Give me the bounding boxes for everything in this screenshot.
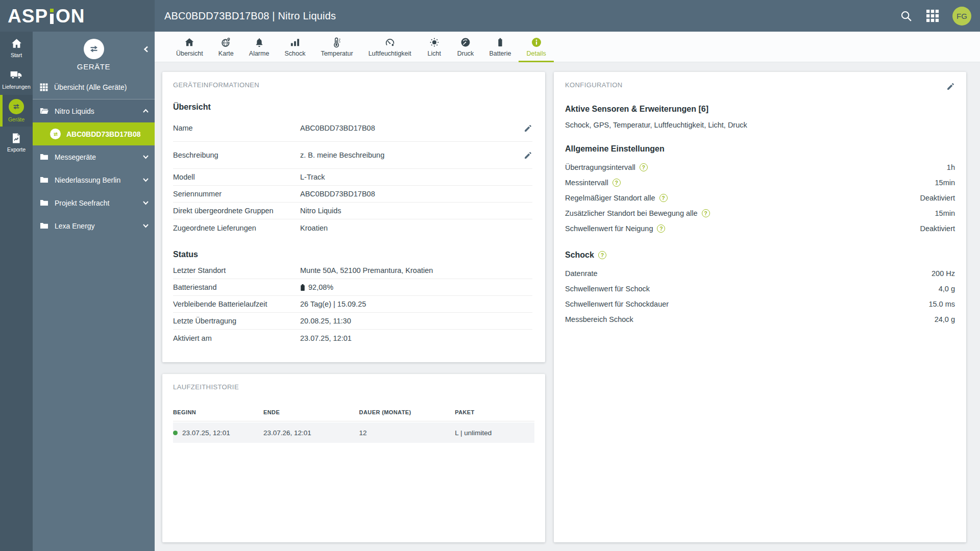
help-icon[interactable] (659, 194, 668, 202)
row-label: Aktiviert am (173, 334, 300, 342)
brand-logo[interactable]: ASPON (8, 7, 85, 26)
edit-description-button[interactable] (524, 151, 532, 160)
history-card: LAUFZEITHISTORIE BEGINN ENDE DAUER (MONA… (162, 374, 545, 542)
rail-item-geraete[interactable]: Geräte (0, 95, 33, 127)
sidebar-group-lexa-energy[interactable]: Lexa Energy (33, 214, 155, 237)
search-button[interactable] (900, 10, 913, 22)
rail-item-label: Geräte (8, 116, 24, 122)
tab-temperatur[interactable]: Temperatur (313, 32, 360, 62)
tab-uebersicht[interactable]: Übersicht (168, 32, 211, 62)
sidebar-item-device-selected[interactable]: ABC0BDD73BD17B08 (33, 122, 155, 145)
user-avatar[interactable]: FG (952, 7, 971, 26)
main-area: Übersicht Karte Alarme Schock Temperatur… (155, 32, 980, 551)
tab-licht[interactable]: Licht (419, 32, 450, 62)
pressure-gauge-icon (460, 37, 471, 48)
map-globe-icon (220, 37, 232, 48)
battery-icon (495, 37, 506, 48)
sidebar-item-label: Übersicht (Alle Geräte) (54, 83, 127, 91)
row-value: Deaktiviert (920, 194, 955, 202)
row-label: Verbleibende Batterielaufzeit (173, 300, 300, 308)
sidebar-group-label: Messegeräte (55, 153, 96, 161)
row-value: 92,08% (308, 283, 333, 291)
config-row-zusaetzlicher-standort: Zusätzlicher Standort bei Bewegung alle … (565, 206, 955, 221)
chevron-down-icon[interactable] (142, 199, 149, 206)
folder-icon (39, 221, 49, 231)
config-row-regelmaessiger-standort: Regelmäßiger Standort alle Deaktiviert (565, 190, 955, 206)
row-value: z. B. meine Beschreibung (300, 151, 384, 159)
row-label: Übertragungsintervall (565, 163, 635, 171)
info-row-aktiviert-am: Aktiviert am 23.07.25, 12:01 (173, 330, 532, 346)
battery-level-icon (300, 284, 305, 291)
row-value: 1h (947, 163, 955, 171)
info-row-batteriestand: Batteriestand 92,08% (173, 279, 532, 296)
chevron-down-icon[interactable] (142, 154, 149, 160)
chevron-down-icon[interactable] (142, 177, 149, 183)
chevron-up-icon[interactable] (142, 108, 149, 114)
tab-label: Batterie (489, 50, 511, 57)
info-row-gruppen: Direkt übergeordnete Gruppen Nitro Liqui… (173, 203, 532, 219)
tab-druck[interactable]: Druck (450, 32, 482, 62)
apps-grid-button[interactable] (926, 9, 939, 22)
search-icon (900, 10, 913, 22)
sidebar-item-overview-all-devices[interactable]: Übersicht (Alle Geräte) (33, 76, 155, 99)
panel-title: LAUFZEITHISTORIE (173, 383, 534, 391)
info-row-name: Name ABC0BDD73BD17B08 (173, 115, 532, 142)
tab-karte[interactable]: Karte (211, 32, 241, 62)
active-status-dot (173, 431, 178, 435)
tab-batterie[interactable]: Batterie (481, 32, 519, 62)
cell-dauer: 12 (359, 429, 455, 437)
tab-label: Details (526, 50, 546, 57)
help-icon[interactable] (598, 251, 606, 259)
sidebar-header: GERÄTE (33, 32, 155, 76)
help-icon[interactable] (612, 179, 621, 187)
grid-icon (39, 83, 48, 92)
row-label: Datenrate (565, 269, 598, 278)
row-value: ABC0BDD73BD17B08 (300, 190, 375, 198)
tab-label: Alarme (249, 50, 270, 57)
column-header-paket: PAKET (455, 409, 534, 415)
row-label: Messintervall (565, 179, 608, 187)
sidebar-group-label: Projekt Seefracht (55, 199, 109, 207)
tab-schock[interactable]: Schock (277, 32, 313, 62)
device-type-icon (84, 39, 104, 59)
rail-item-start[interactable]: Start (0, 32, 33, 63)
chevron-down-icon[interactable] (142, 222, 149, 229)
column-header-dauer: DAUER (MONATE) (359, 409, 455, 415)
device-tabbar: Übersicht Karte Alarme Schock Temperatur… (155, 32, 980, 62)
edit-configuration-button[interactable] (946, 82, 955, 91)
row-label: Letzter Standort (173, 266, 300, 274)
page-title: ABC0BDD73BD17B08 | Nitro Liquids (155, 0, 900, 32)
help-icon[interactable] (657, 224, 665, 233)
row-label: Beschreibung (173, 151, 300, 159)
sidebar-group-projekt-seefracht[interactable]: Projekt Seefracht (33, 191, 155, 214)
rail-item-exporte[interactable]: Exporte (0, 127, 33, 158)
sun-icon (429, 37, 440, 48)
tab-luftfeuchtigkeit[interactable]: Luftfeuchtigkeit (361, 32, 419, 62)
cell-ende: 23.07.26, 12:01 (263, 429, 359, 437)
rail-item-lieferungen[interactable]: Lieferungen (0, 63, 33, 95)
sidebar-title: GERÄTE (77, 62, 110, 71)
devices-icon (9, 99, 24, 114)
help-icon[interactable] (640, 163, 648, 171)
help-icon[interactable] (702, 209, 710, 217)
sidebar-group-label: Niederlassung Berlin (55, 176, 120, 184)
row-label: Regelmäßiger Standort alle (565, 194, 655, 202)
collapse-sidebar-button[interactable] (142, 45, 150, 53)
brand-logo-i-glyph (50, 14, 54, 24)
config-row-datenrate: Datenrate 200 Hz (565, 266, 955, 281)
tab-details[interactable]: Details (519, 32, 553, 62)
tab-alarme[interactable]: Alarme (241, 32, 277, 62)
info-row-batterielaufzeit: Verbleibende Batterielaufzeit 26 Tag(e) … (173, 296, 532, 313)
sidebar-group-nitro-liquids[interactable]: Nitro Liquids (33, 99, 155, 122)
schock-heading: Schock (565, 251, 955, 260)
panel-title: KONFIGURATION (565, 81, 955, 89)
sidebar-group-niederlassung-berlin[interactable]: Niederlassung Berlin (33, 168, 155, 191)
tab-label: Druck (457, 50, 474, 57)
sidebar-group-messegeraete[interactable]: Messegeräte (33, 145, 155, 168)
cell-paket: L | unlimited (455, 429, 534, 437)
section-heading-overview: Übersicht (173, 103, 532, 112)
row-value: 15min (935, 179, 955, 187)
edit-name-button[interactable] (524, 124, 532, 133)
info-row-modell: Modell L-Track (173, 169, 532, 186)
header-actions: FG (900, 0, 980, 32)
